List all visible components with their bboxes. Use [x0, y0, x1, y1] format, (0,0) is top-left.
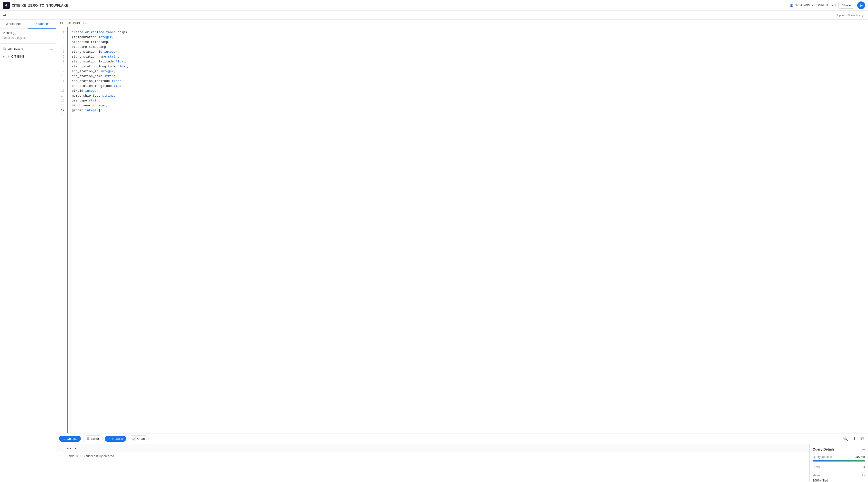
status-header-text: status: [67, 446, 76, 450]
editor-icon: ☰: [86, 437, 89, 441]
tab-objects-button[interactable]: ⬡ Objects: [59, 436, 81, 442]
chevron-right-icon: ▶: [3, 55, 5, 58]
search-icon: 🔍: [3, 47, 7, 51]
code-line-14: membership_type string,: [72, 93, 864, 98]
db-item-citibike[interactable]: ▶ 🗄 CITIBIKE: [0, 53, 56, 60]
column-menu-icon[interactable]: ···: [77, 446, 82, 450]
line-num-5: 5: [56, 50, 67, 54]
main-header: ❄ CITIBIKE_ZERO_TO_SNOWFLAKE ▾ 👤 SYSADMI…: [0, 0, 868, 11]
query-details-header: Query Details ···: [813, 447, 865, 451]
duration-bar-bg: [813, 460, 865, 461]
bottom-panel: ⬡ Objects ☰ Editor ↗ Results 📈 Chart: [56, 433, 868, 482]
line-num-16: 16: [56, 103, 67, 108]
breadcrumb-text: CITIBIKE.PUBLIC: [60, 22, 84, 25]
search-results-button[interactable]: 🔍: [842, 436, 849, 442]
toolbar: ⇌ Updated 3 minutes ago: [0, 11, 868, 20]
line-numbers: 1 2 3 4 5 6 7 8 9 10 11 12 13 14 15 16 1…: [56, 27, 68, 433]
toolbar-left: ⇌: [3, 13, 6, 17]
code-line-9: end_station_id integer,: [72, 69, 864, 74]
line-num-8: 8: [56, 64, 67, 69]
code-editor[interactable]: 1 2 3 4 5 6 7 8 9 10 11 12 13 14 15 16 1…: [56, 27, 868, 433]
project-title-text: CITIBIKE_ZERO_TO_SNOWFLAKE: [12, 3, 68, 7]
code-line-1: create or replace table trips: [72, 30, 864, 35]
status-detail-row: status Aa: [813, 474, 865, 477]
line-num-10: 10: [56, 74, 67, 79]
bottom-tabs-bar: ⬡ Objects ☰ Editor ↗ Results 📈 Chart: [56, 433, 868, 444]
duration-value: 190ms: [855, 455, 865, 458]
code-line-7: start_station_latitude float,: [72, 59, 864, 64]
all-objects-row[interactable]: 🔍 All Objects ···: [0, 45, 56, 53]
code-line-5: start_station_id integer,: [72, 50, 864, 54]
line-num-6: 6: [56, 54, 67, 59]
line-num-7: 7: [56, 59, 67, 64]
db-item-label: CITIBIKE: [11, 55, 24, 58]
code-line-13: bikeid integer,: [72, 89, 864, 93]
tab-databases[interactable]: Databases: [28, 20, 56, 29]
status-column-header: status ···: [64, 444, 809, 452]
line-num-9: 9: [56, 69, 67, 74]
query-duration-row: Query duration 190ms: [813, 455, 865, 458]
warehouse-name: COMPUTE_WH: [814, 4, 836, 7]
dot-separator: [812, 5, 813, 6]
tab-chart-label: Chart: [137, 437, 145, 441]
duration-bar-fill: [813, 460, 865, 461]
code-line-3: starttime timestamp,: [72, 40, 864, 45]
main-content: Worksheets Databases Pinned (0) No pinne…: [0, 20, 868, 482]
objects-icon: ⬡: [62, 437, 65, 441]
duration-label: Query duration: [813, 455, 832, 458]
sidebar: Worksheets Databases Pinned (0) No pinne…: [0, 20, 56, 482]
query-details-title: Query Details: [813, 447, 835, 451]
code-line-16: birth_year integer,: [72, 103, 864, 108]
chevron-down-icon: ▾: [69, 4, 71, 7]
results-area: status ··· 1 Table TRIPS successfully cr…: [56, 444, 868, 482]
tab-editor-button[interactable]: ☰ Editor: [83, 436, 103, 442]
qd-divider: [813, 471, 865, 471]
rows-value: 1: [863, 465, 865, 469]
line-num-2: 2: [56, 35, 67, 40]
user-icon: 👤: [789, 4, 793, 7]
project-title[interactable]: CITIBIKE_ZERO_TO_SNOWFLAKE ▾: [12, 3, 71, 7]
bottom-tabs-right: 🔍 ⬇ ⊡: [842, 436, 865, 442]
filter-icon[interactable]: ⇌: [3, 13, 6, 17]
query-details-more-icon[interactable]: ···: [862, 447, 865, 451]
line-num-14: 14: [56, 93, 67, 98]
tab-results-label: Results: [112, 437, 123, 441]
code-content[interactable]: create or replace table trips (tripdurat…: [68, 27, 868, 433]
code-line-12: end_station_longitude float,: [72, 84, 864, 89]
code-line-15: usertype string,: [72, 98, 864, 103]
line-num-4: 4: [56, 45, 67, 50]
row-number-cell: 1: [56, 452, 64, 460]
tab-results-button[interactable]: ↗ Results: [105, 436, 126, 442]
database-icon: 🗄: [6, 54, 10, 58]
results-icon: ↗: [108, 437, 111, 441]
more-icon[interactable]: ···: [50, 47, 53, 51]
line-num-11: 11: [56, 79, 67, 84]
results-table: status ··· 1 Table TRIPS successfully cr…: [56, 444, 809, 482]
line-num-12: 12: [56, 84, 67, 89]
row-num-header: [56, 444, 64, 452]
tab-worksheets[interactable]: Worksheets: [0, 20, 28, 29]
line-num-1: 1: [56, 30, 67, 35]
all-objects-left: 🔍 All Objects: [3, 47, 23, 51]
download-button[interactable]: ⬇: [852, 436, 857, 442]
rows-row: Rows 1: [813, 465, 865, 469]
tab-editor-label: Editor: [91, 437, 99, 441]
line-num-17: 17: [56, 108, 67, 113]
sidebar-tabs: Worksheets Databases: [0, 20, 56, 29]
pinned-section: Pinned (0) No pinned objects: [0, 29, 56, 42]
code-line-2: (tripduration integer,: [72, 35, 864, 40]
expand-button[interactable]: ⊡: [860, 436, 865, 442]
user-info: 👤 SYSADMIN COMPUTE_WH: [789, 4, 836, 7]
rows-label: Rows: [813, 465, 820, 469]
code-line-4: stoptime timestamp,: [72, 45, 864, 50]
app-logo: ❄: [3, 2, 10, 9]
tab-chart-button[interactable]: 📈 Chart: [128, 436, 149, 442]
bottom-tabs-left: ⬡ Objects ☰ Editor ↗ Results 📈 Chart: [59, 436, 149, 442]
share-button[interactable]: Share: [838, 2, 854, 8]
table-row: 1 Table TRIPS successfully created.: [56, 452, 809, 460]
run-button[interactable]: [857, 1, 865, 9]
line-num-18: 18: [56, 113, 67, 118]
code-line-17: gender integer);: [72, 108, 864, 113]
username: SYSADMIN: [795, 4, 810, 7]
all-objects-label: All Objects: [8, 47, 23, 51]
